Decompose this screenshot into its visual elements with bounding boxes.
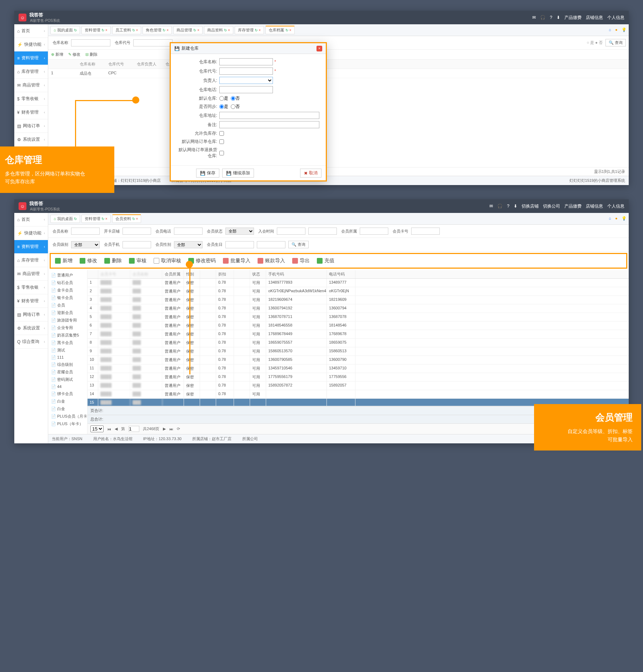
tree-item[interactable]: 📄 银卡会员 bbox=[48, 294, 87, 302]
btn-del[interactable]: ⊟删除 bbox=[85, 52, 98, 57]
sidebar-item-7[interactable]: ▤网络订单‹ bbox=[14, 119, 48, 133]
grid-row[interactable]: 1成品仓CPC bbox=[48, 69, 629, 78]
radio-sync-yes[interactable] bbox=[219, 104, 224, 109]
input-whcode[interactable] bbox=[133, 39, 173, 46]
input-note[interactable] bbox=[219, 121, 319, 128]
input-code[interactable] bbox=[219, 68, 273, 75]
headset-icon[interactable]: 🎧 bbox=[540, 15, 545, 20]
dg-row[interactable]: 7███████普通用户保密0.78可用1768967844917689678 bbox=[88, 330, 629, 339]
sidebar-item-3[interactable]: ⌂库存管理‹ bbox=[14, 65, 48, 79]
link-switch-corp[interactable]: 切换公司 bbox=[543, 203, 560, 209]
tab-1[interactable]: 资料管理 ↻× bbox=[81, 215, 111, 223]
dg-row[interactable]: 11███████普通用户保密0.78可用1345971054613459710 bbox=[88, 364, 629, 373]
f-join2[interactable] bbox=[308, 228, 337, 235]
tree-item[interactable]: 📄 白金 bbox=[48, 398, 87, 405]
sidebar-item-2[interactable]: ≡资料管理‹ bbox=[14, 240, 48, 254]
pager-last[interactable]: ⏭ bbox=[169, 427, 173, 431]
f-level[interactable]: 全部 bbox=[71, 241, 100, 248]
link-product-fee[interactable]: 产品缴费 bbox=[564, 15, 582, 21]
sidebar-item-3[interactable]: ⌂库存管理‹ bbox=[14, 254, 48, 267]
btn-account[interactable]: 账款导入 bbox=[258, 258, 285, 264]
tree-item[interactable]: 📄 金卡会员 bbox=[48, 287, 87, 294]
dg-row[interactable]: 13███████普通用户保密0.78可用1589205787215892057 bbox=[88, 382, 629, 390]
radio-default-no[interactable] bbox=[231, 96, 235, 101]
help-icon[interactable]: ? bbox=[507, 204, 509, 209]
tab-4[interactable]: 商品管理 ↻× bbox=[173, 26, 203, 34]
page-input[interactable] bbox=[129, 426, 139, 432]
btn-charge[interactable]: 充值 bbox=[317, 258, 334, 264]
mail-icon[interactable]: ✉ bbox=[532, 15, 536, 20]
sidebar-item-4[interactable]: ✉商品管理‹ bbox=[14, 267, 48, 281]
select-owner[interactable] bbox=[219, 77, 273, 84]
f-status[interactable]: 全部 bbox=[225, 228, 254, 235]
home-icon[interactable]: ⌂ bbox=[609, 216, 614, 221]
close-icon[interactable]: × bbox=[316, 46, 322, 51]
f-name[interactable] bbox=[71, 228, 100, 235]
f-shop[interactable] bbox=[123, 228, 151, 235]
f-birth2[interactable] bbox=[257, 241, 285, 248]
btn-del[interactable]: 删除 bbox=[104, 258, 122, 264]
tree-item[interactable]: 📄 企业专用 bbox=[48, 324, 87, 332]
btn-edit[interactable]: 修改 bbox=[80, 258, 97, 264]
sidebar-item-9[interactable]: Q综合查询‹ bbox=[14, 335, 48, 349]
input-whname[interactable] bbox=[71, 39, 110, 46]
btn-query[interactable]: 🔍 查询 bbox=[605, 39, 626, 46]
tab-0[interactable]: ⌂我的桌面 ↻ bbox=[50, 215, 80, 223]
tree-item[interactable]: 📄 PLUS会员（月卡） bbox=[48, 413, 87, 420]
tree-item[interactable]: 📄 奶茶店集赞5 bbox=[48, 332, 87, 339]
link-user-info[interactable]: 个人信息 bbox=[607, 203, 624, 209]
tree-item[interactable]: 📄 测试 bbox=[48, 347, 87, 354]
f-phone[interactable] bbox=[174, 228, 203, 235]
pager-next[interactable]: ▶ bbox=[163, 427, 166, 431]
tab-3[interactable]: 角色管理 ↻× bbox=[143, 26, 172, 34]
radio-default-yes[interactable] bbox=[219, 96, 224, 101]
dg-row[interactable]: 8███████普通用户保密0.78可用1865907555718659075 bbox=[88, 339, 629, 347]
tree-item[interactable]: 📄 会员 bbox=[48, 302, 87, 309]
tree-item[interactable]: 📄 绑卡会员 bbox=[48, 390, 87, 398]
tree-item[interactable]: 📄 迎新会员 bbox=[48, 309, 87, 317]
input-phone[interactable] bbox=[219, 86, 273, 93]
tree-item[interactable]: 📄 钻石会员 bbox=[48, 279, 87, 287]
tree-item[interactable]: 📄 旅游团专用 bbox=[48, 317, 87, 324]
sidebar-item-5[interactable]: $零售收银‹ bbox=[14, 281, 48, 294]
f-birth1[interactable] bbox=[225, 241, 254, 248]
pager-first[interactable]: ⏮ bbox=[107, 427, 111, 431]
f-sex[interactable]: 全部 bbox=[174, 241, 203, 248]
tree-item[interactable]: 📄 111 bbox=[48, 354, 87, 361]
pager-refresh[interactable]: ⟳ bbox=[177, 427, 180, 431]
btn-add[interactable]: ⊕新增 bbox=[51, 52, 63, 57]
btn-save[interactable]: 💾保存 bbox=[196, 169, 219, 178]
dg-row[interactable]: 9███████普通用户保密0.78可用1586051357015860513 bbox=[88, 347, 629, 356]
sidebar-item-0[interactable]: ⌂首页‹ bbox=[14, 213, 48, 227]
btn-unaudit[interactable]: 取消审核 bbox=[154, 258, 181, 264]
chk-net[interactable] bbox=[219, 139, 224, 144]
chk-neg[interactable] bbox=[219, 131, 224, 136]
headset-icon[interactable]: 🎧 bbox=[497, 204, 503, 209]
dg-row[interactable]: 2███████普通用户保密0.78可用oKGTr0EjNPwzbukA3dW1… bbox=[88, 287, 629, 296]
tree-item[interactable]: 📄 综合级别 bbox=[48, 361, 87, 368]
dg-row[interactable]: 12███████普通用户保密0.78可用1775955617917759556 bbox=[88, 373, 629, 382]
tab-6[interactable]: 库存管理 ↻× bbox=[235, 26, 264, 34]
link-shop-info[interactable]: 店铺信息 bbox=[586, 15, 603, 21]
f-join1[interactable] bbox=[277, 228, 305, 235]
page-size[interactable]: 15 bbox=[90, 425, 104, 432]
link-user-info[interactable]: 个人信息 bbox=[607, 15, 624, 21]
sidebar-item-0[interactable]: ⌂首页‹ bbox=[14, 24, 48, 38]
tree-item[interactable]: 📄 星耀会员 bbox=[48, 368, 87, 376]
pager-prev[interactable]: ◀ bbox=[115, 427, 118, 431]
mail-icon[interactable]: ✉ bbox=[489, 204, 493, 209]
sidebar-item-6[interactable]: ¥财务管理‹ bbox=[14, 294, 48, 308]
tab-7[interactable]: 仓库档案 ↻× bbox=[265, 26, 295, 34]
download-icon[interactable]: ⬇ bbox=[557, 15, 560, 20]
dg-row[interactable]: 4███████普通用户保密0.78可用1360079419213600794 bbox=[88, 304, 629, 313]
input-name[interactable] bbox=[219, 58, 273, 65]
btn-query[interactable]: 🔍 查询 bbox=[288, 241, 309, 248]
tree-item[interactable]: 📄 44 bbox=[48, 383, 87, 390]
tree-item[interactable]: 📄 白金 bbox=[48, 405, 87, 413]
dg-row[interactable]: 6███████普通用户保密0.78可用1814854655818148546 bbox=[88, 322, 629, 330]
dg-row[interactable]: 3███████普通用户保密0.78可用1821960967418219609 bbox=[88, 296, 629, 304]
btn-edit[interactable]: ✎修改 bbox=[68, 52, 80, 57]
sidebar-item-2[interactable]: ≡资料管理‹ bbox=[14, 51, 48, 65]
btn-continue[interactable]: 💾继续添加 bbox=[222, 169, 254, 178]
theme-icon[interactable]: ● bbox=[615, 28, 620, 33]
